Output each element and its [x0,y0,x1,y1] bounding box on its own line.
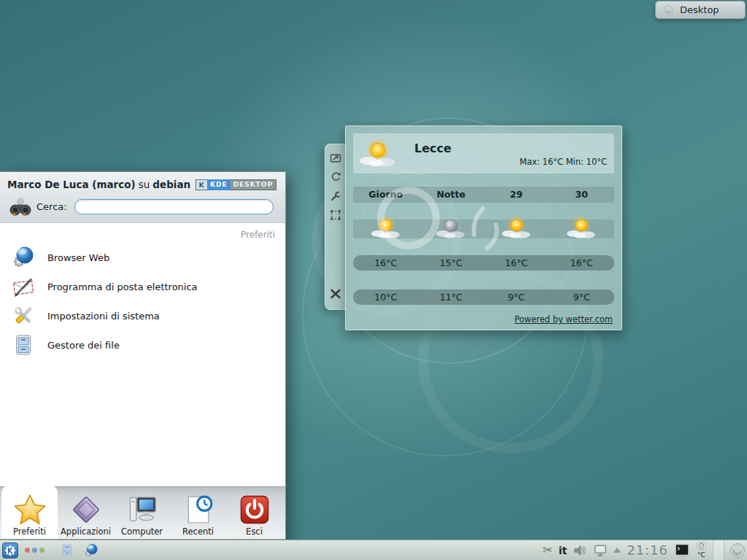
search-label: Cerca: [36,201,67,212]
pager-dot-blue[interactable] [32,548,37,553]
kde-gear-icon [4,544,17,557]
favorite-item-system-settings[interactable]: Impostazioni di sistema [0,301,285,330]
file-manager-icon [12,333,35,357]
system-settings-icon [12,304,35,327]
browser-launcher-icon[interactable] [84,543,98,558]
kickoff-launcher: Marco De Luca (marco)sudebian KDE DESKTO… [0,171,286,540]
cashew-icon [663,4,674,15]
favorite-label: Impostazioni di sistema [47,311,160,322]
clipboard-scissors-icon[interactable]: ✂ [542,544,552,556]
weather-minmax: Max: 16°C Min: 10°C [519,157,607,167]
kickoff-tab-bar: Preferiti Applicazioni Computer Recenti … [0,486,285,539]
sun-clouds-icon [501,214,532,241]
tray-expander-icon[interactable] [614,548,621,553]
panel-spacer [713,540,724,560]
kickoff-header: Marco De Luca (marco)sudebian KDE DESKTO… [0,172,285,223]
column-header: Giorno [353,187,419,203]
section-label: Preferiti [0,223,285,243]
file-manager-launcher-icon[interactable] [60,543,74,558]
kde-logo-icon [196,180,207,190]
column-header: Notte [419,187,484,203]
night-temp: 9°C [484,289,549,305]
column-header: 29 [484,187,549,203]
weather-night-temps: 10°C 11°C 9°C 9°C [353,289,614,305]
applications-icon [70,494,102,526]
weather-column-headers: Giorno Notte 29 30 [353,187,614,203]
terminal-icon[interactable] [674,542,690,559]
weather-unit-label: °C [697,552,705,559]
night-temp: 11°C [419,289,484,305]
keyboard-layout-indicator[interactable]: it [559,545,568,556]
column-header: 30 [549,187,615,203]
weather-header: Lecce Max: 16°C Min: 10°C [353,133,614,174]
day-temp: 16°C [484,255,549,271]
weather-credit-link[interactable]: Powered by wetter.com [514,314,613,324]
title-connector: su [139,179,150,190]
plasmoid-handle[interactable] [325,144,346,310]
network-monitor-icon[interactable] [593,543,608,558]
day-temp: 16°C [549,255,615,271]
power-icon [239,494,271,526]
day-temp: 15°C [419,255,484,271]
tab-esci[interactable]: Esci [226,487,282,539]
pager-dot-green[interactable] [39,548,44,553]
bottom-panel: ✂ it 21:16 °C [0,540,747,560]
mail-icon [12,275,35,298]
close-icon[interactable] [330,288,341,300]
search-binoculars-icon [9,195,32,219]
favorite-label: Browser Web [47,252,109,263]
tab-preferiti[interactable]: Preferiti [1,486,58,539]
star-icon [14,494,46,526]
tab-computer[interactable]: Computer [114,487,170,539]
kde-desktop-badge: KDE DESKTOP [196,179,276,190]
favorite-label: Gestore dei file [47,340,120,351]
kickoff-favorites-view: Preferiti Browser Web Programma di posta… [0,223,285,486]
weather-condition-icons [353,219,614,238]
pager-dot-red[interactable] [25,548,30,553]
user-title: Marco De Luca (marco)sudebian [7,179,190,190]
desktop-toolbox[interactable]: Desktop [655,1,746,19]
tab-applicazioni[interactable]: Applicazioni [58,487,114,539]
recent-documents-icon [182,494,214,526]
favorite-item-browser-web[interactable]: Browser Web [0,243,285,272]
volume-icon[interactable] [573,543,587,558]
night-temp: 9°C [549,289,615,305]
tab-recenti[interactable]: Recenti [170,487,226,539]
configure-icon[interactable] [330,190,341,202]
night-temp: 10°C [353,289,419,305]
favorite-label: Programma di posta elettronica [47,281,198,292]
sun-clouds-icon [371,214,401,241]
desktop-toolbox-label: Desktop [680,4,719,15]
computer-icon [126,494,158,526]
resize-icon[interactable] [330,152,341,164]
favorite-item-file-manager[interactable]: Gestore dei file [0,330,285,359]
weather-day-temps: 16°C 15°C 16°C 16°C [353,255,614,271]
digital-clock[interactable]: 21:16 [627,542,668,558]
day-temp: 16°C [353,255,419,271]
weather-unavailable-icon [696,542,707,551]
host-name: debian [152,179,190,190]
sun-clouds-icon [359,136,397,170]
panel-cashew-icon[interactable] [729,542,746,559]
favorite-item-mail[interactable]: Programma di posta elettronica [0,272,285,301]
weather-city: Lecce [414,141,452,155]
sun-clouds-icon [566,214,597,241]
badge-desktop-label: DESKTOP [231,179,276,190]
badge-kde-label: KDE [207,179,231,190]
kde-menu-button[interactable] [2,542,18,559]
weather-widget: Lecce Max: 16°C Min: 10°C Giorno Notte 2… [345,125,622,330]
rotate-icon[interactable] [330,171,341,183]
maximize-icon[interactable] [330,209,341,221]
panel-weather-widget[interactable]: °C [696,542,707,559]
search-input[interactable] [74,199,274,214]
moon-clouds-icon [436,214,466,241]
desktop-pager[interactable] [25,548,44,553]
globe-browser-icon [12,246,35,269]
user-name: Marco De Luca (marco) [7,179,136,190]
